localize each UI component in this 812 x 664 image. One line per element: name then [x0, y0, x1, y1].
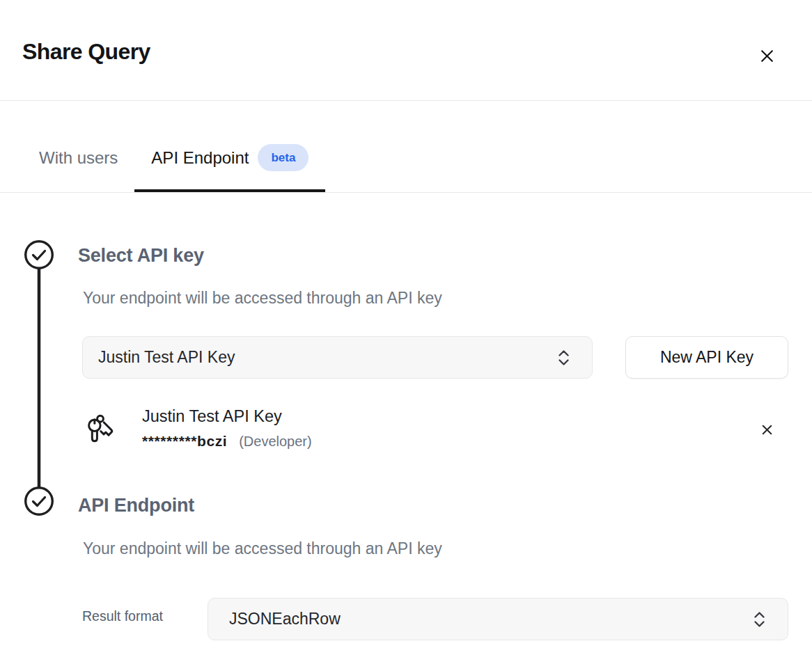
close-dialog-button[interactable] — [751, 40, 783, 72]
check-circle-icon — [26, 242, 53, 269]
selected-key-masked-secret: *********bczi — [142, 433, 227, 450]
check-circle-icon — [26, 488, 53, 515]
close-icon — [758, 47, 776, 65]
chevron-up-down-icon — [752, 610, 767, 629]
step1-description: Your endpoint will be accessed through a… — [83, 289, 442, 308]
step2-description: Your endpoint will be accessed through a… — [83, 539, 442, 558]
step1-title: Select API key — [78, 245, 204, 267]
tab-api-endpoint-label: API Endpoint — [151, 148, 249, 168]
tab-with-users-label: With users — [39, 148, 118, 168]
tab-bar: With users API Endpoint beta — [0, 101, 812, 193]
dialog-title: Share Query — [22, 39, 150, 65]
result-format-label: Result format — [82, 608, 163, 624]
step2-title: API Endpoint — [78, 495, 194, 516]
selected-key-role: (Developer) — [239, 434, 311, 450]
result-format-select-value: JSONEachRow — [229, 610, 341, 629]
new-api-key-button[interactable]: New API Key — [625, 336, 788, 379]
tab-with-users[interactable]: With users — [22, 101, 134, 192]
selected-key-details: *********bczi (Developer) — [142, 433, 312, 450]
remove-key-button[interactable] — [754, 417, 779, 442]
share-query-dialog: Share Query With users API Endpoint beta — [0, 0, 812, 664]
result-format-select[interactable]: JSONEachRow — [208, 598, 788, 640]
tab-api-endpoint[interactable]: API Endpoint beta — [134, 101, 325, 192]
selected-key-name: Justin Test API Key — [142, 407, 282, 426]
keys-icon — [84, 413, 116, 446]
x-icon — [760, 423, 774, 436]
api-key-select-value: Justin Test API Key — [98, 348, 235, 367]
stepper-rail — [23, 239, 55, 518]
api-key-select[interactable]: Justin Test API Key — [82, 336, 593, 379]
beta-badge: beta — [258, 144, 309, 171]
chevron-up-down-icon — [556, 348, 571, 367]
